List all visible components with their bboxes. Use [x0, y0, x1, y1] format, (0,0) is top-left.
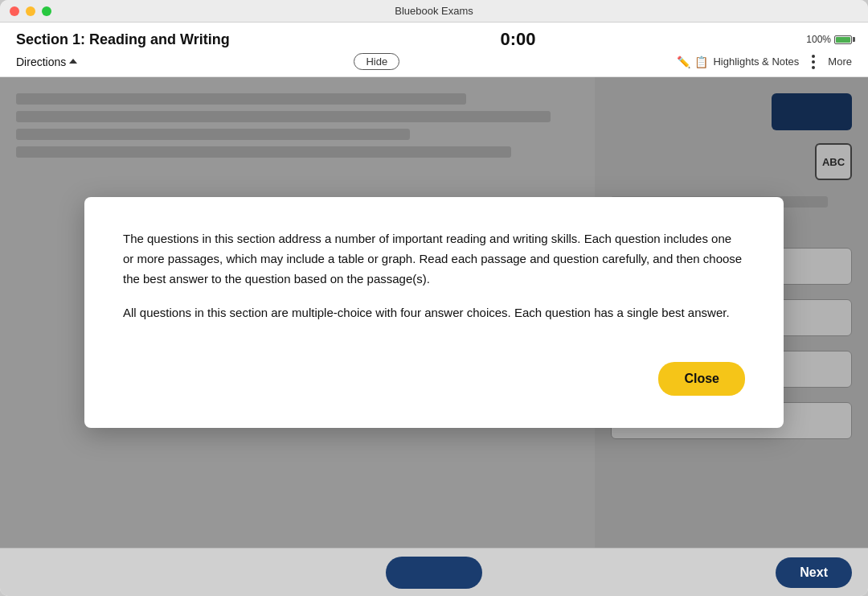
minimize-window-button[interactable]	[26, 6, 35, 16]
modal-paragraph-1: The questions in this section address a …	[123, 229, 745, 289]
modal-footer: Close	[123, 362, 745, 396]
battery-fill	[836, 37, 850, 43]
more-label: More	[828, 55, 852, 68]
timer-display: 0:00	[500, 29, 535, 50]
more-dot-1	[812, 55, 815, 58]
window-controls	[10, 6, 51, 16]
footer-center	[386, 557, 482, 589]
highlights-icons: ✏️ 📋	[676, 55, 708, 69]
more-dot-3	[812, 66, 815, 69]
header-row1: Section 1: Reading and Writing 0:00 100%	[16, 29, 852, 50]
more-dot-2	[812, 60, 815, 64]
directions-label: Directions	[16, 55, 66, 68]
maximize-window-button[interactable]	[42, 6, 51, 16]
footer: Next	[0, 548, 868, 596]
more-button[interactable]	[812, 55, 815, 69]
highlights-notes-label: Highlights & Notes	[713, 55, 799, 68]
section-title: Section 1: Reading and Writing	[16, 31, 230, 48]
window-title: Bluebook Exams	[395, 5, 473, 17]
hide-control: Hide	[354, 53, 399, 70]
app-window: Bluebook Exams Section 1: Reading and Wr…	[0, 0, 868, 596]
directions-button[interactable]: Directions	[16, 55, 77, 68]
directions-modal: The questions in this section address a …	[84, 197, 784, 428]
header-row2: Directions Hide ✏️ 📋 Highlights & Notes	[16, 53, 852, 70]
main-content: ABC 新橙国际 New Achievement	[0, 77, 868, 548]
modal-body: The questions in this section address a …	[123, 229, 745, 338]
battery-percent: 100%	[806, 34, 831, 45]
header: Section 1: Reading and Writing 0:00 100%…	[0, 23, 868, 77]
modal-overlay: The questions in this section address a …	[0, 77, 868, 548]
close-window-button[interactable]	[10, 6, 19, 16]
pencil-icon: ✏️	[676, 55, 690, 69]
next-button[interactable]: Next	[776, 557, 852, 588]
highlights-notes-button[interactable]: ✏️ 📋 Highlights & Notes	[676, 55, 799, 69]
header-actions: ✏️ 📋 Highlights & Notes More	[676, 55, 852, 69]
title-bar: Bluebook Exams	[0, 0, 868, 23]
chevron-up-icon	[69, 59, 77, 64]
battery-row: 100%	[806, 34, 852, 45]
footer-center-button	[386, 557, 482, 589]
close-button[interactable]: Close	[658, 362, 745, 396]
note-icon: 📋	[694, 55, 708, 69]
battery-icon	[834, 35, 852, 44]
modal-paragraph-2: All questions in this section are multip…	[123, 303, 745, 323]
hide-button[interactable]: Hide	[354, 53, 399, 70]
